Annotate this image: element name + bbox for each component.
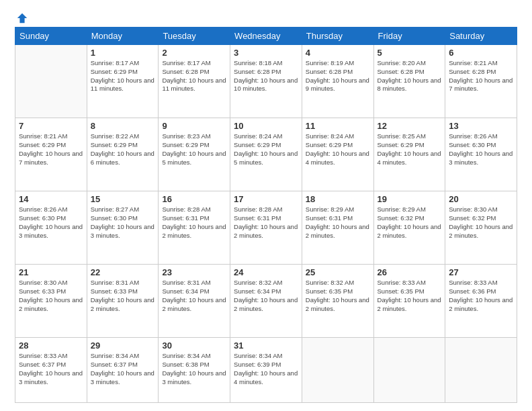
day-number: 5 (378, 48, 442, 58)
logo-text (15, 12, 28, 24)
day-number: 27 (449, 267, 513, 277)
calendar-cell: 11Sunrise: 8:24 AMSunset: 6:29 PMDayligh… (302, 118, 373, 191)
day-number: 1 (91, 48, 155, 58)
day-number: 20 (449, 194, 513, 204)
day-info: Sunrise: 8:31 AMSunset: 6:34 PMDaylight:… (162, 279, 226, 313)
day-number: 8 (91, 121, 155, 131)
day-info: Sunrise: 8:24 AMSunset: 6:29 PMDaylight:… (234, 132, 298, 167)
day-number: 7 (19, 121, 83, 131)
calendar-cell: 2Sunrise: 8:17 AMSunset: 6:28 PMDaylight… (159, 45, 230, 118)
day-number: 10 (234, 121, 298, 131)
day-number: 19 (378, 194, 442, 204)
calendar-cell: 19Sunrise: 8:29 AMSunset: 6:32 PMDayligh… (373, 191, 445, 265)
day-number: 15 (91, 194, 155, 204)
day-info: Sunrise: 8:30 AMSunset: 6:32 PMDaylight:… (449, 205, 513, 240)
day-number: 13 (449, 121, 513, 131)
day-number: 11 (306, 121, 370, 131)
day-info: Sunrise: 8:22 AMSunset: 6:29 PMDaylight:… (91, 132, 155, 167)
calendar-cell: 3Sunrise: 8:18 AMSunset: 6:28 PMDaylight… (230, 45, 302, 118)
day-info: Sunrise: 8:28 AMSunset: 6:31 PMDaylight:… (162, 205, 226, 240)
day-info: Sunrise: 8:26 AMSunset: 6:30 PMDaylight:… (449, 132, 513, 167)
day-number: 4 (306, 48, 370, 58)
day-info: Sunrise: 8:34 AMSunset: 6:37 PMDaylight:… (91, 352, 155, 386)
calendar-cell: 21Sunrise: 8:30 AMSunset: 6:33 PMDayligh… (15, 265, 87, 338)
calendar-cell: 1Sunrise: 8:17 AMSunset: 6:29 PMDaylight… (87, 45, 159, 118)
day-info: Sunrise: 8:32 AMSunset: 6:34 PMDaylight:… (234, 279, 298, 313)
logo (15, 12, 28, 21)
day-number: 16 (162, 194, 226, 204)
day-info: Sunrise: 8:28 AMSunset: 6:31 PMDaylight:… (234, 205, 298, 240)
day-number: 23 (162, 267, 226, 277)
calendar-cell: 9Sunrise: 8:23 AMSunset: 6:29 PMDaylight… (159, 118, 230, 191)
header (15, 12, 517, 21)
calendar-cell: 20Sunrise: 8:30 AMSunset: 6:32 PMDayligh… (445, 191, 517, 265)
day-number: 31 (234, 340, 298, 351)
day-info: Sunrise: 8:21 AMSunset: 6:29 PMDaylight:… (19, 132, 83, 167)
day-of-week-header: Saturday (445, 28, 517, 45)
day-number: 26 (378, 267, 442, 277)
calendar-cell: 29Sunrise: 8:34 AMSunset: 6:37 PMDayligh… (87, 338, 159, 403)
day-number: 9 (162, 121, 226, 131)
day-info: Sunrise: 8:30 AMSunset: 6:33 PMDaylight:… (19, 279, 83, 313)
day-number: 30 (162, 340, 226, 351)
calendar-cell: 7Sunrise: 8:21 AMSunset: 6:29 PMDaylight… (15, 118, 87, 191)
svg-marker-0 (17, 13, 27, 23)
day-number: 25 (306, 267, 370, 277)
calendar-cell: 13Sunrise: 8:26 AMSunset: 6:30 PMDayligh… (445, 118, 517, 191)
day-info: Sunrise: 8:29 AMSunset: 6:31 PMDaylight:… (306, 205, 370, 240)
calendar-cell: 17Sunrise: 8:28 AMSunset: 6:31 PMDayligh… (230, 191, 302, 265)
calendar-cell: 31Sunrise: 8:34 AMSunset: 6:39 PMDayligh… (230, 338, 302, 403)
day-info: Sunrise: 8:33 AMSunset: 6:36 PMDaylight:… (449, 279, 513, 313)
calendar-cell: 12Sunrise: 8:25 AMSunset: 6:29 PMDayligh… (373, 118, 445, 191)
day-info: Sunrise: 8:31 AMSunset: 6:33 PMDaylight:… (91, 279, 155, 313)
calendar-cell: 10Sunrise: 8:24 AMSunset: 6:29 PMDayligh… (230, 118, 302, 191)
day-info: Sunrise: 8:29 AMSunset: 6:32 PMDaylight:… (378, 205, 442, 240)
calendar-cell: 16Sunrise: 8:28 AMSunset: 6:31 PMDayligh… (159, 191, 230, 265)
day-number: 6 (449, 48, 513, 58)
day-number: 28 (19, 340, 83, 351)
day-info: Sunrise: 8:24 AMSunset: 6:29 PMDaylight:… (306, 132, 370, 167)
day-of-week-header: Wednesday (230, 28, 302, 45)
calendar-header-row: SundayMondayTuesdayWednesdayThursdayFrid… (15, 28, 517, 45)
calendar-cell: 26Sunrise: 8:33 AMSunset: 6:35 PMDayligh… (373, 265, 445, 338)
day-number: 22 (91, 267, 155, 277)
day-info: Sunrise: 8:34 AMSunset: 6:39 PMDaylight:… (234, 352, 298, 386)
day-number: 24 (234, 267, 298, 277)
day-info: Sunrise: 8:33 AMSunset: 6:37 PMDaylight:… (19, 352, 83, 386)
logo-icon (16, 12, 28, 24)
day-of-week-header: Sunday (15, 28, 87, 45)
calendar-cell: 6Sunrise: 8:21 AMSunset: 6:28 PMDaylight… (445, 45, 517, 118)
day-number: 3 (234, 48, 298, 58)
day-info: Sunrise: 8:20 AMSunset: 6:28 PMDaylight:… (378, 59, 442, 93)
calendar-cell (15, 45, 87, 118)
calendar-cell: 30Sunrise: 8:34 AMSunset: 6:38 PMDayligh… (159, 338, 230, 403)
day-info: Sunrise: 8:25 AMSunset: 6:29 PMDaylight:… (378, 132, 442, 167)
calendar-cell: 5Sunrise: 8:20 AMSunset: 6:28 PMDaylight… (373, 45, 445, 118)
calendar-cell (302, 338, 373, 403)
day-of-week-header: Thursday (302, 28, 373, 45)
day-info: Sunrise: 8:34 AMSunset: 6:38 PMDaylight:… (162, 352, 226, 386)
calendar-cell: 23Sunrise: 8:31 AMSunset: 6:34 PMDayligh… (159, 265, 230, 338)
day-info: Sunrise: 8:27 AMSunset: 6:30 PMDaylight:… (91, 205, 155, 240)
page: SundayMondayTuesdayWednesdayThursdayFrid… (0, 0, 532, 411)
calendar-cell: 27Sunrise: 8:33 AMSunset: 6:36 PMDayligh… (445, 265, 517, 338)
day-info: Sunrise: 8:17 AMSunset: 6:28 PMDaylight:… (162, 59, 226, 93)
calendar: SundayMondayTuesdayWednesdayThursdayFrid… (15, 27, 517, 403)
day-number: 29 (91, 340, 155, 351)
day-number: 21 (19, 267, 83, 277)
day-info: Sunrise: 8:32 AMSunset: 6:35 PMDaylight:… (306, 279, 370, 313)
day-number: 12 (378, 121, 442, 131)
day-info: Sunrise: 8:19 AMSunset: 6:28 PMDaylight:… (306, 59, 370, 93)
day-info: Sunrise: 8:33 AMSunset: 6:35 PMDaylight:… (378, 279, 442, 313)
day-of-week-header: Tuesday (159, 28, 230, 45)
day-number: 14 (19, 194, 83, 204)
day-info: Sunrise: 8:18 AMSunset: 6:28 PMDaylight:… (234, 59, 298, 93)
calendar-cell: 18Sunrise: 8:29 AMSunset: 6:31 PMDayligh… (302, 191, 373, 265)
day-of-week-header: Friday (373, 28, 445, 45)
day-number: 18 (306, 194, 370, 204)
day-number: 2 (162, 48, 226, 58)
calendar-cell: 25Sunrise: 8:32 AMSunset: 6:35 PMDayligh… (302, 265, 373, 338)
calendar-cell: 4Sunrise: 8:19 AMSunset: 6:28 PMDaylight… (302, 45, 373, 118)
day-of-week-header: Monday (87, 28, 159, 45)
day-info: Sunrise: 8:26 AMSunset: 6:30 PMDaylight:… (19, 205, 83, 240)
